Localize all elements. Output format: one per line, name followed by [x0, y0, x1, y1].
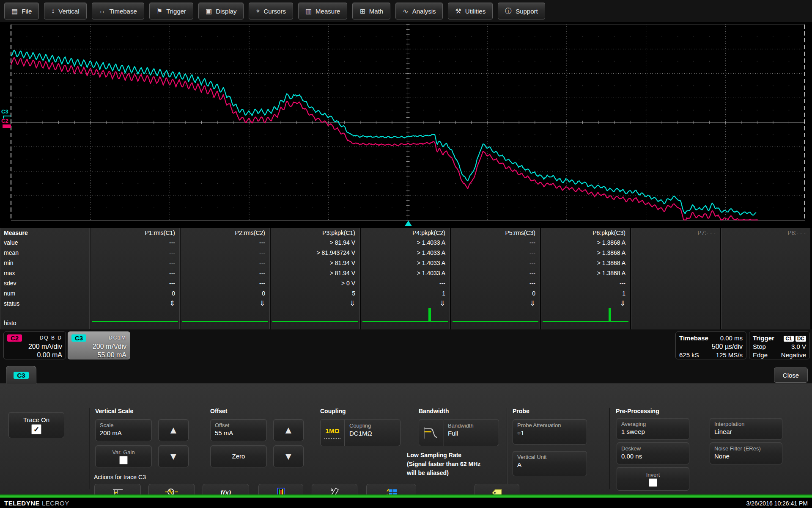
menu-item-math[interactable]: ⊞Math [352, 3, 390, 19]
coupling-button[interactable]: 1MΩ Coupling DC1MΩ [320, 419, 401, 446]
menu-item-trigger[interactable]: ⚑Trigger [149, 3, 193, 19]
divider [609, 408, 610, 489]
measure-column-p5[interactable]: P5:rms(C3)---------------0⇓ [451, 228, 540, 329]
trigger-level: 3.0 V [791, 342, 806, 351]
c3-zero-marker[interactable]: C3 [1, 108, 8, 115]
interpolation-button[interactable]: Interpolation Linear [710, 418, 782, 440]
var-gain-label: Var. Gain [112, 449, 134, 456]
probe-attenuation-value: ÷1 [517, 429, 582, 437]
up-arrow-icon: ▲ [283, 424, 294, 436]
probe-attenuation-button[interactable]: Probe Attenuation ÷1 [513, 419, 587, 444]
scale-down-button[interactable]: ▼ [158, 445, 189, 467]
timebase-rate: 125 MS/s [716, 351, 743, 359]
noise-filter-button[interactable]: Noise Filter (ERes) None [710, 442, 782, 464]
measure-column-p2[interactable]: P2:rms(C2)---------------0⇓ [181, 228, 270, 329]
histogram-baseline [543, 321, 628, 322]
var-gain-button[interactable]: Var. Gain [95, 445, 152, 467]
invert-label: Invert [646, 471, 660, 478]
trigger-slope: Negative [781, 351, 806, 359]
menu-item-timebase[interactable]: ↔Timebase [92, 3, 144, 19]
p3-value: > 81.94 V [271, 237, 359, 248]
waveform-display[interactable]: C3C2 [0, 22, 812, 228]
scale-up-button[interactable]: ▲ [158, 419, 189, 441]
offset-down-button[interactable]: ▼ [273, 445, 304, 467]
trigger-box[interactable]: Trigger C1DC Stop 3.0 V Edge Negative [749, 331, 810, 359]
scale-button[interactable]: Scale 200 mA [95, 419, 152, 441]
timebase-title: Timebase [679, 334, 708, 342]
histogram-baseline [92, 321, 178, 322]
channel-box-c2[interactable]: C2 DQ B D 200 mA/div 0.00 mA [3, 331, 66, 359]
row-label-histo: histo [4, 320, 16, 326]
zero-button[interactable]: Zero [210, 445, 267, 467]
menu-item-label: Trigger [166, 8, 186, 15]
menu-item-label: File [22, 8, 32, 15]
brand-lecroy: LECROY [42, 500, 69, 507]
offset-button[interactable]: Offset 55 mA [210, 419, 267, 441]
low-sampling-warning: Low Sampling Rate (Signal faster than 62… [407, 451, 480, 478]
menu-item-support[interactable]: ⓘSupport [498, 3, 545, 19]
p2-min: --- [181, 258, 269, 268]
measure-column-p4[interactable]: P4:pkpk(C2)> 1.4033 A> 1.4033 A> 1.4033 … [361, 228, 450, 329]
offset-up-button[interactable]: ▲ [273, 419, 304, 441]
p1-num: 0 [91, 288, 179, 298]
averaging-button[interactable]: Averaging 1 sweep [617, 418, 689, 440]
menu-item-analysis[interactable]: ∿Analysis [395, 3, 443, 19]
zero-label: Zero [232, 452, 245, 461]
measure-row-labels: Measurevaluemeanminmaxsdevnumstatushisto [0, 228, 90, 329]
down-arrow-icon: ▼ [283, 450, 294, 462]
probe-attenuation-label: Probe Attenuation [517, 422, 582, 429]
close-label: Close [783, 372, 799, 379]
timebase-icon: ↔ [99, 7, 106, 15]
p8-mean [721, 248, 810, 258]
tab-c3[interactable]: C3 [6, 366, 36, 384]
measure-column-p8[interactable]: P8:- - - [721, 228, 810, 329]
menu-item-cursors[interactable]: ⌖Cursors [249, 3, 293, 19]
measure-icon: ▥ [305, 7, 312, 15]
row-label-sdev: sdev [0, 278, 89, 288]
p8-value [721, 237, 810, 248]
c2-zero-marker[interactable]: C2 [1, 118, 8, 124]
p3-header: P3:pkpk(C1) [271, 228, 359, 237]
invert-button[interactable]: Invert [617, 467, 689, 491]
measure-column-p1[interactable]: P1:rms(C1)---------------0⇕ [91, 228, 180, 329]
actions-label: Actions for trace C3 [94, 474, 146, 480]
p7-value [631, 237, 720, 248]
menu-item-utilities[interactable]: ⚒Utilities [448, 3, 493, 19]
averaging-label: Averaging [621, 420, 685, 428]
p8-sdev [721, 278, 810, 288]
utilities-icon: ⚒ [455, 7, 461, 15]
invert-checkbox[interactable] [649, 478, 657, 487]
menu-item-measure[interactable]: ▥Measure [298, 3, 347, 19]
menu-item-file[interactable]: ▤File [4, 3, 39, 19]
close-button[interactable]: Close [774, 367, 808, 383]
vertical-unit-label: Vertical Unit [517, 453, 582, 461]
impedance-icon: 1MΩ [320, 419, 345, 446]
c3-settings-dialog: C3 Close Trace On ✓ Vertical Scale Scale… [0, 365, 812, 494]
measure-column-p6[interactable]: P6:pkpk(C3)> 1.3868 A> 1.3868 A> 1.3868 … [541, 228, 630, 329]
vertical-scale-section-label: Vertical Scale [95, 408, 133, 414]
var-gain-checkbox[interactable] [119, 456, 128, 464]
c3-scale: 200 mA/div [71, 342, 126, 351]
trigger-icon: ⚑ [156, 7, 162, 15]
measure-column-p7[interactable]: P7:- - - [631, 228, 720, 329]
timebase-box[interactable]: Timebase 0.00 ms 500 µs/div 625 kS 125 M… [675, 331, 746, 359]
p5-max: --- [451, 268, 540, 278]
c2-badge: C2 [7, 334, 22, 342]
channel-box-c3[interactable]: C3 DC1M 200 mA/div 55.00 mA [68, 331, 130, 359]
bandwidth-value: Full [448, 429, 494, 438]
trigger-mode: Stop [753, 342, 766, 351]
bandwidth-button[interactable]: Bandwidth Full [419, 419, 499, 446]
measure-column-p3[interactable]: P3:pkpk(C1)> 81.94 V> 81.943724 V> 81.94… [271, 228, 360, 329]
vertical-unit-button[interactable]: Vertical Unit A [513, 451, 587, 476]
p4-mean: > 1.4033 A [361, 248, 450, 258]
analysis-icon: ∿ [403, 7, 408, 15]
p2-value: --- [181, 237, 269, 248]
row-label-min: min [0, 258, 89, 268]
menu-item-vertical[interactable]: ↕Vertical [44, 3, 86, 19]
p5-status: ⇓ [451, 298, 540, 309]
trace-on-button[interactable]: Trace On ✓ [8, 412, 64, 438]
menu-item-display[interactable]: ▣Display [198, 3, 244, 19]
math-icon: ⊞ [359, 7, 365, 15]
deskew-button[interactable]: Deskew 0.00 ns [617, 442, 689, 464]
trace-on-checkbox[interactable]: ✓ [31, 424, 41, 434]
